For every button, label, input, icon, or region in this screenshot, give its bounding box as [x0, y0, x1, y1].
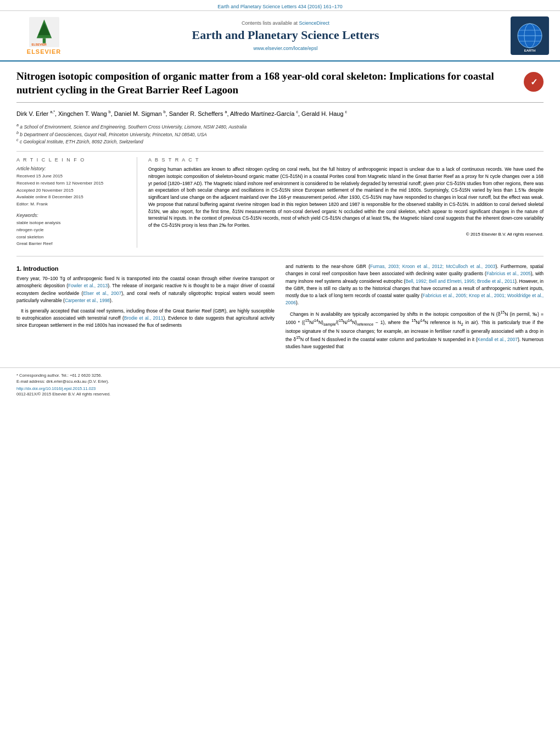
abstract-copyright: © 2015 Elsevier B.V. All rights reserved… [148, 231, 544, 238]
earth-logo-icon: EARTH [511, 16, 549, 55]
abstract-paragraph: Ongoing human activities are known to af… [148, 166, 544, 229]
ref-fowler: Fowler et al., 2013 [68, 283, 108, 288]
page: Earth and Planetary Science Letters 434 … [0, 0, 560, 742]
author-sander: Sander R. Scheffers a, [169, 110, 230, 117]
author-dirk: Dirk V. Erler a,*, [16, 110, 58, 117]
abstract-text: Ongoing human activities are known to af… [148, 166, 544, 238]
authors-section: Dirk V. Erler a,*, Xingchen T. Wang b, D… [16, 109, 544, 119]
affiliation-b: b b Department of Geosciences, Guyot Hal… [16, 131, 544, 138]
ref-brodie: Brodie et al., 2011 [124, 315, 164, 321]
keyword-3: Great Barrier Reef [16, 241, 128, 248]
intro-para-1: It is generally accepted that coastal re… [16, 308, 275, 330]
article-title: Nitrogen isotopic composition of organic… [16, 70, 518, 97]
header-area: ELSEVIER ELSEVIER Contents lists availab… [0, 11, 560, 62]
keyword-2: coral skeleton [16, 234, 128, 241]
footer-area: * Corresponding author. Tel.: +61 2 6620… [0, 367, 560, 399]
contents-line: Contents lists available at ScienceDirec… [77, 20, 494, 26]
affiliation-c: c c Geological Institute, ETH Zürich, 80… [16, 138, 544, 146]
article-content: Nitrogen isotopic composition of organic… [0, 62, 560, 362]
svg-text:ELSEVIER: ELSEVIER [31, 43, 46, 46]
right-body-text: and nutrients to the near-shore GBR (Fur… [285, 263, 544, 350]
abstract-header: A B S T R A C T [148, 157, 544, 163]
article-info-column: A R T I C L E I N F O Article history: R… [16, 157, 137, 248]
ref-elser: Elser et al., 2007 [83, 291, 121, 296]
journal-citation: Earth and Planetary Science Letters 434 … [217, 4, 343, 9]
author-daniel: Daniel M. Sigman b, [114, 110, 169, 117]
elsevier-tree-icon: ELSEVIER [29, 17, 59, 47]
keyword-1: nitrogen cycle [16, 227, 128, 234]
header-left: ELSEVIER ELSEVIER [11, 17, 77, 55]
issn-copyright: 0012-821X/© 2015 Elsevier B.V. All right… [16, 392, 544, 397]
right-para-1: Changes in N availability are typically … [285, 310, 544, 350]
body-left-column: 1. Introduction Every year, 70–100 Tg of… [16, 263, 275, 354]
crossmark: ✓ [524, 72, 544, 92]
ref-fabricius2: Fabricius et al., 2005; Knop et al., 200… [285, 293, 544, 305]
received-date: Received 15 June 2015 [16, 173, 128, 180]
keyword-0: stable isotope analysis [16, 220, 128, 227]
editor-name: Editor: M. Frank [16, 201, 128, 208]
authors-line: Dirk V. Erler a,*, Xingchen T. Wang b, D… [16, 109, 544, 119]
doi-link: http://dx.doi.org/10.1016/j.epsl.2015.11… [16, 386, 544, 391]
header-right: EARTH [494, 16, 549, 55]
journal-title: Earth and Planetary Science Letters [77, 28, 494, 42]
ref-fabricius: Fabricius et al., 2005 [486, 271, 531, 276]
received-revised-date: Received in revised form 12 November 201… [16, 180, 128, 187]
history-block: Article history: Received 15 June 2015 R… [16, 166, 128, 208]
history-label: Article history: [16, 166, 128, 171]
intro-body-text: Every year, 70–100 Tg of anthropogenic f… [16, 275, 275, 329]
contents-text: Contents lists available at [242, 20, 298, 26]
body-right-column: and nutrients to the near-shore GBR (Fur… [285, 263, 544, 354]
affiliations: a a School of Environment, Science and E… [16, 123, 544, 152]
sciencedirect-label: ScienceDirect [299, 20, 330, 26]
affiliation-a: a a School of Environment, Science and E… [16, 123, 544, 131]
author-xingchen: Xingchen T. Wang b, [58, 110, 114, 117]
header-center: Contents lists available at ScienceDirec… [77, 20, 494, 51]
svg-text:EARTH: EARTH [524, 49, 536, 52]
crossmark-badge: ✓ [524, 72, 544, 92]
corresponding-note: * Corresponding author. Tel.: +61 2 6620… [16, 372, 544, 378]
abstract-column: A B S T R A C T Ongoing human activities… [148, 157, 544, 248]
right-para-0: and nutrients to the near-shore GBR (Fur… [285, 263, 544, 306]
ref-kendall: Kendall et al., 2007 [478, 337, 518, 342]
keywords-label: Keywords: [16, 213, 128, 218]
article-info-header: A R T I C L E I N F O [16, 157, 128, 163]
ref-bell: Bell, 1992; Bell and Elmetri, 1995; Brod… [405, 278, 515, 284]
accepted-date: Accepted 20 November 2015 [16, 187, 128, 194]
author-gerald: Gerald H. Haug c [301, 110, 347, 117]
info-abstract-columns: A R T I C L E I N F O Article history: R… [16, 157, 544, 248]
ref-carpenter: Carpenter et al., 1998 [65, 298, 110, 303]
top-bar: Earth and Planetary Science Letters 434 … [0, 0, 560, 11]
author-alfredo: Alfredo Martínez-García c, [230, 110, 301, 117]
title-section: Nitrogen isotopic composition of organic… [16, 70, 544, 103]
journal-url: www.elsevier.com/locate/epsl [77, 46, 494, 51]
keywords-block: Keywords: stable isotope analysis nitrog… [16, 213, 128, 248]
email-note: E-mail address: dirk.erler@scu.edu.au (D… [16, 378, 544, 384]
elsevier-logo: ELSEVIER ELSEVIER [27, 17, 61, 55]
ref-furnas: Furnas, 2003; Kroon et al., 2012; McCull… [370, 264, 495, 269]
intro-title: 1. Introduction [16, 265, 275, 272]
body-columns: 1. Introduction Every year, 70–100 Tg of… [16, 263, 544, 354]
available-online-date: Available online 8 December 2015 [16, 194, 128, 201]
svg-rect-1 [42, 38, 46, 43]
section-divider [16, 256, 544, 256]
intro-para-0: Every year, 70–100 Tg of anthropogenic f… [16, 275, 275, 304]
elsevier-label: ELSEVIER [27, 48, 61, 55]
